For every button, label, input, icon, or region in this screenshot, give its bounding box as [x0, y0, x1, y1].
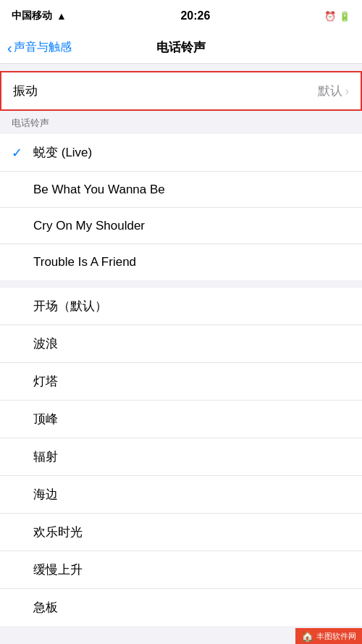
list-item[interactable]: Cry On My Shoulder — [0, 208, 362, 244]
list-item[interactable]: 辐射 — [0, 438, 362, 476]
back-button[interactable]: ‹ 声音与触感 — [7, 40, 72, 55]
back-label: 声音与触感 — [14, 40, 72, 55]
status-bar: 中国移动 ▲ 20:26 ⏰ 🔋 — [0, 0, 362, 32]
tone-name: 欢乐时光 — [33, 524, 83, 540]
checkmark-icon: ✓ — [12, 145, 33, 161]
wifi-icon: ▲ — [56, 10, 67, 22]
status-time: 20:26 — [180, 9, 210, 22]
vibration-label: 振动 — [13, 83, 38, 99]
list-item[interactable]: 波浪 — [0, 325, 362, 363]
list-item[interactable]: Trouble Is A Friend — [0, 244, 362, 280]
chevron-icon: › — [345, 85, 349, 98]
ringtone-name: Cry On My Shoulder — [33, 219, 145, 233]
group-separator — [0, 280, 362, 288]
tone-name: 海边 — [33, 486, 58, 503]
default-tones-list: 开场（默认） 波浪 灯塔 顶峰 辐射 海边 欢乐时光 缓慢上升 急板 — [0, 288, 362, 626]
section-header-label: 电话铃声 — [12, 117, 49, 128]
status-right: ⏰ 🔋 — [324, 11, 350, 22]
tone-name: 急板 — [33, 599, 58, 616]
watermark-icon: 🏠 — [301, 630, 313, 642]
tone-name: 灯塔 — [33, 373, 58, 390]
tone-name: 波浪 — [33, 335, 58, 352]
ringtone-name: Trouble Is A Friend — [33, 255, 136, 269]
list-item[interactable]: 急板 — [0, 589, 362, 626]
vibration-right: 默认 › — [318, 83, 349, 99]
list-item[interactable]: 欢乐时光 — [0, 514, 362, 551]
list-item[interactable]: 缓慢上升 — [0, 551, 362, 589]
tone-name: 顶峰 — [33, 411, 58, 427]
list-item[interactable]: 顶峰 — [0, 401, 362, 438]
nav-bar: ‹ 声音与触感 电话铃声 — [0, 32, 362, 64]
status-left: 中国移动 ▲ — [12, 9, 67, 22]
tone-name: 缓慢上升 — [33, 561, 83, 578]
list-item[interactable]: 海边 — [0, 476, 362, 514]
list-item[interactable]: 灯塔 — [0, 363, 362, 401]
list-item[interactable]: Be What You Wanna Be — [0, 172, 362, 208]
battery-text: 🔋 — [339, 11, 350, 22]
alarm-icon: ⏰ — [324, 11, 336, 22]
vibration-row[interactable]: 振动 默认 › — [1, 72, 361, 109]
vibration-section: 振动 默认 › — [0, 71, 362, 111]
tone-name: 辐射 — [33, 448, 58, 465]
watermark-text: 丰图软件网 — [316, 631, 356, 642]
watermark: 🏠 丰图软件网 — [295, 628, 362, 644]
list-item[interactable]: 开场（默认） — [0, 288, 362, 325]
back-arrow-icon: ‹ — [7, 41, 12, 55]
ringtone-section-header: 电话铃声 — [0, 111, 362, 134]
page-title: 电话铃声 — [156, 39, 206, 56]
list-item[interactable]: ✓ 蜕变 (Live) — [0, 134, 362, 172]
tone-name: 开场（默认） — [33, 298, 107, 314]
carrier-text: 中国移动 — [12, 9, 52, 22]
ringtones-list: ✓ 蜕变 (Live) Be What You Wanna Be Cry On … — [0, 134, 362, 280]
vibration-value: 默认 — [318, 83, 342, 99]
ringtone-name: Be What You Wanna Be — [33, 183, 165, 197]
ringtone-name: 蜕变 (Live) — [33, 144, 92, 161]
